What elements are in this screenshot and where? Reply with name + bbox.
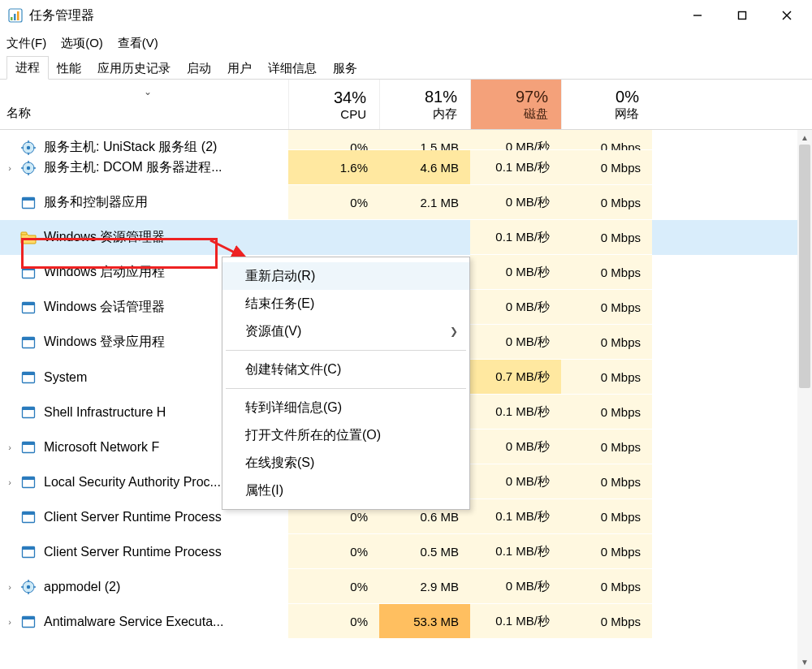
svg-rect-24 [23, 267, 35, 270]
gear-icon [19, 139, 37, 157]
scroll-track[interactable] [797, 145, 812, 654]
expander-icon[interactable]: › [0, 617, 19, 627]
process-row[interactable]: ›appmodel (2)0%2.9 MB0 MB/秒0 Mbps [0, 569, 797, 604]
cell-mem: 2.1 MB [379, 185, 470, 220]
app-icon [19, 299, 37, 317]
expander-icon[interactable]: › [0, 442, 19, 452]
cell-net: 0 Mbps [561, 569, 652, 604]
header-name[interactable]: ⌄ 名称 [0, 80, 288, 129]
maximize-button[interactable] [719, 0, 764, 31]
header-cpu[interactable]: 34% CPU [288, 80, 379, 129]
cell-net: 0 Mbps [561, 255, 652, 290]
cell-disk: 0.1 MB/秒 [470, 499, 561, 534]
process-name-cell[interactable]: ›服务主机: DCOM 服务器进程... [0, 159, 288, 177]
tab-services[interactable]: 服务 [325, 58, 365, 80]
svg-rect-34 [23, 442, 35, 445]
process-name-label: 服务主机: UniStack 服务组 (2) [44, 139, 283, 156]
context-menu: 重新启动(R) 结束任务(E) 资源值(V) ❯ 创建转储文件(C) 转到详细信… [222, 257, 470, 510]
ctx-properties[interactable]: 属性(I) [222, 477, 469, 504]
submenu-indicator-icon: ❯ [450, 326, 458, 337]
ctx-goto-details[interactable]: 转到详细信息(G) [222, 394, 469, 421]
menu-view[interactable]: 查看(V) [118, 36, 158, 51]
process-name-cell[interactable]: Client Server Runtime Process [0, 508, 288, 526]
process-table-body: 服务主机: UniStack 服务组 (2)0%1.5 MB0 MB/秒0 Mb… [0, 130, 812, 669]
cell-net: 0 Mbps [561, 604, 652, 639]
cell-cpu: 0% [288, 185, 379, 220]
process-name-label: Windows 资源管理器 [44, 229, 283, 246]
tab-users[interactable]: 用户 [219, 58, 260, 80]
scroll-thumb[interactable] [799, 145, 810, 388]
expander-icon[interactable]: › [0, 582, 19, 592]
app-icon [19, 473, 37, 491]
cell-net: 0 Mbps [561, 185, 652, 220]
process-row[interactable]: Client Server Runtime Process0%0.5 MB0.1… [0, 534, 797, 569]
cell-disk: 0.1 MB/秒 [470, 534, 561, 569]
scroll-down-icon[interactable]: ▼ [797, 654, 812, 669]
close-button[interactable] [764, 0, 809, 31]
cell-disk: 0 MB/秒 [470, 290, 561, 325]
scroll-up-icon[interactable]: ▲ [797, 130, 812, 145]
tabstrip: 进程 性能 应用历史记录 启动 用户 详细信息 服务 [0, 55, 812, 80]
app-icon [8, 8, 23, 23]
process-name-label: Client Server Runtime Process [44, 510, 283, 524]
process-name-cell[interactable]: 服务和控制器应用 [0, 194, 288, 212]
process-row[interactable]: ›Antimalware Service Executa...0%53.3 MB… [0, 604, 797, 639]
svg-rect-26 [23, 302, 35, 305]
header-cpu-pct: 34% [334, 88, 366, 107]
svg-rect-21 [23, 197, 35, 201]
process-name-cell[interactable]: 服务主机: UniStack 服务组 (2) [0, 130, 288, 150]
header-disk-pct: 97% [516, 88, 548, 106]
svg-rect-36 [23, 477, 35, 480]
tab-details[interactable]: 详细信息 [260, 58, 325, 80]
menu-file[interactable]: 文件(F) [6, 36, 46, 51]
minimize-button[interactable] [675, 0, 719, 31]
expander-icon[interactable]: › [0, 163, 19, 173]
svg-rect-2 [14, 14, 16, 20]
header-disk[interactable]: 97% 磁盘 [470, 80, 561, 129]
tab-processes[interactable]: 进程 [6, 56, 49, 80]
header-disk-label: 磁盘 [524, 106, 548, 122]
ctx-open-location-label: 打开文件所在的位置(O) [245, 427, 381, 444]
column-headers: ⌄ 名称 34% CPU 81% 内存 97% 磁盘 0% 网络 [0, 80, 812, 130]
ctx-restart[interactable]: 重新启动(R) [222, 262, 469, 290]
app-icon [19, 508, 37, 526]
process-name-cell[interactable]: Client Server Runtime Process [0, 543, 288, 561]
cell-mem: 53.3 MB [379, 604, 470, 639]
app-icon [19, 194, 37, 212]
process-row[interactable]: 服务和控制器应用0%2.1 MB0 MB/秒0 Mbps [0, 185, 797, 220]
process-name-cell[interactable]: ›appmodel (2) [0, 578, 288, 596]
cell-net: 0 Mbps [561, 395, 652, 429]
process-name-label: Antimalware Service Executa... [44, 615, 283, 629]
menu-options[interactable]: 选项(O) [61, 36, 103, 51]
process-name-cell[interactable]: ›Antimalware Service Executa... [0, 613, 288, 631]
app-icon [19, 613, 37, 631]
app-icon [19, 334, 37, 352]
header-network[interactable]: 0% 网络 [561, 80, 652, 129]
ctx-restart-label: 重新启动(R) [245, 268, 315, 285]
cell-net: 0 Mbps [561, 429, 652, 464]
expander-icon[interactable]: › [0, 477, 19, 487]
ctx-create-dump-label: 创建转储文件(C) [245, 361, 341, 378]
cell-disk: 0 MB/秒 [470, 464, 561, 499]
vertical-scrollbar[interactable]: ▲ ▼ [797, 130, 812, 669]
tab-startup[interactable]: 启动 [179, 58, 219, 80]
cell-disk: 0 MB/秒 [470, 130, 561, 150]
process-row[interactable]: 服务主机: UniStack 服务组 (2)0%1.5 MB0 MB/秒0 Mb… [0, 130, 797, 150]
process-row[interactable]: Windows 资源管理器0.1 MB/秒0 Mbps [0, 220, 797, 255]
app-icon [19, 404, 37, 421]
cell-disk: 0.1 MB/秒 [470, 150, 561, 185]
app-icon [19, 369, 37, 386]
process-name-cell[interactable]: Windows 资源管理器 [0, 229, 288, 247]
cell-disk: 0.7 MB/秒 [470, 360, 561, 395]
tab-performance[interactable]: 性能 [49, 58, 89, 80]
ctx-online-search[interactable]: 在线搜索(S) [222, 449, 469, 477]
ctx-resource-values[interactable]: 资源值(V) ❯ [222, 317, 469, 345]
svg-rect-32 [23, 407, 35, 410]
ctx-open-location[interactable]: 打开文件所在的位置(O) [222, 421, 469, 449]
tab-app-history[interactable]: 应用历史记录 [89, 58, 179, 80]
header-memory[interactable]: 81% 内存 [379, 80, 470, 129]
ctx-create-dump[interactable]: 创建转储文件(C) [222, 356, 469, 383]
cell-net: 0 Mbps [561, 220, 652, 255]
gear-icon [19, 159, 37, 177]
ctx-end-task[interactable]: 结束任务(E) [222, 290, 469, 317]
